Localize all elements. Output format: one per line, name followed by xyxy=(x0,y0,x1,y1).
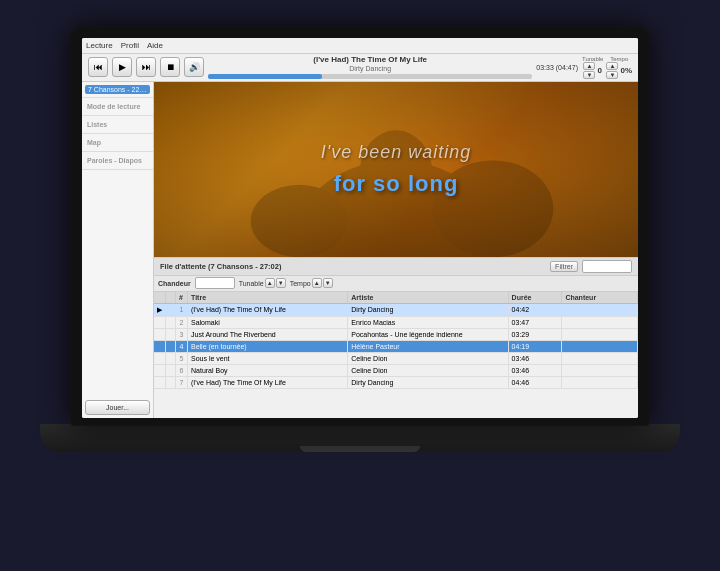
table-tunable-label: Tunable xyxy=(239,280,264,287)
row-check xyxy=(166,364,176,376)
row-check xyxy=(166,316,176,328)
row-title: Sous le vent xyxy=(188,352,348,364)
table-row[interactable]: 6 Natural Boy Celine Dion 03:46 xyxy=(154,364,638,376)
row-title: Just Around The Riverbend xyxy=(188,328,348,340)
progress-fill xyxy=(208,74,322,79)
toolbar-btn-1[interactable]: ⏮ xyxy=(88,57,108,77)
row-duration: 04:42 xyxy=(508,303,562,316)
toolbar-center: (I've Had) The Time Of My Life Dirty Dan… xyxy=(208,55,532,79)
table-row[interactable]: 4 Belle (en tournée) Hélène Pasteur 04:1… xyxy=(154,340,638,352)
table-tempo: Tempo ▲ ▼ xyxy=(290,278,333,288)
table-toolbar: Chandeur Tunable ▲ ▼ Tempo ▲ xyxy=(154,276,638,292)
karaoke-screen: I've been waiting for so long xyxy=(154,82,638,257)
table-row[interactable]: 3 Just Around The Riverbend Pocahontas -… xyxy=(154,328,638,340)
col-icon xyxy=(154,292,166,304)
col-duration[interactable]: Durée xyxy=(508,292,562,304)
laptop-base xyxy=(40,424,680,452)
karaoke-lyrics: I've been waiting for so long xyxy=(154,82,638,257)
sidebar-map-section: Map xyxy=(82,134,153,152)
row-singer xyxy=(562,364,638,376)
tempo-up[interactable]: ▲ xyxy=(606,62,618,70)
tempo-down[interactable]: ▼ xyxy=(606,71,618,79)
toolbar: ⏮ ▶ ⏭ ⏹ 🔊 (I've Had) The Time Of My Life… xyxy=(82,54,638,82)
tunable-down[interactable]: ▼ xyxy=(583,71,595,79)
row-title: Belle (en tournée) xyxy=(188,340,348,352)
tunable-up[interactable]: ▲ xyxy=(583,62,595,70)
row-icon xyxy=(154,316,166,328)
row-check xyxy=(166,328,176,340)
row-num: 4 xyxy=(176,340,188,352)
toolbar-btn-2[interactable]: ▶ xyxy=(112,57,132,77)
row-singer xyxy=(562,376,638,388)
file-panel-title: File d'attente (7 Chansons - 27:02) xyxy=(160,262,546,271)
row-check xyxy=(166,352,176,364)
table-row[interactable]: 2 Salomaki Enrico Macias 03:47 xyxy=(154,316,638,328)
toolbar-subtitle: Dirty Dancing xyxy=(208,65,532,72)
row-num: 5 xyxy=(176,352,188,364)
toolbar-title: (I've Had) The Time Of My Life xyxy=(208,55,532,65)
col-title[interactable]: Titre xyxy=(188,292,348,304)
row-artist: Dirty Dancing xyxy=(348,376,508,388)
sidebar-map-header: Map xyxy=(85,137,150,148)
laptop-shell: Lecture Profil Aide ⏮ ▶ ⏭ ⏹ 🔊 (I've Had)… xyxy=(20,26,700,546)
menu-profil[interactable]: Profil xyxy=(121,41,139,50)
table-tempo-down[interactable]: ▼ xyxy=(323,278,333,288)
table-tempo-label: Tempo xyxy=(290,280,311,287)
row-icon xyxy=(154,364,166,376)
table-tunable-down[interactable]: ▼ xyxy=(276,278,286,288)
row-singer xyxy=(562,328,638,340)
row-title: (I've Had) The Time Of My Life xyxy=(188,376,348,388)
screen-bezel: Lecture Profil Aide ⏮ ▶ ⏭ ⏹ 🔊 (I've Had)… xyxy=(70,26,650,426)
row-duration: 03:46 xyxy=(508,364,562,376)
row-icon xyxy=(154,376,166,388)
table-row[interactable]: ▶ 1 (I've Had) The Time Of My Life Dirty… xyxy=(154,303,638,316)
table-tempo-up[interactable]: ▲ xyxy=(312,278,322,288)
row-num: 1 xyxy=(176,303,188,316)
col-num: # xyxy=(176,292,188,304)
col-artist[interactable]: Artiste xyxy=(348,292,508,304)
row-duration: 03:47 xyxy=(508,316,562,328)
row-num: 2 xyxy=(176,316,188,328)
row-num: 7 xyxy=(176,376,188,388)
table-row[interactable]: 7 (I've Had) The Time Of My Life Dirty D… xyxy=(154,376,638,388)
row-duration: 04:46 xyxy=(508,376,562,388)
sidebar-listes-header: Listes xyxy=(85,119,150,130)
row-duration: 03:29 xyxy=(508,328,562,340)
filter-button[interactable]: Filtrer xyxy=(550,261,578,272)
row-artist: Dirty Dancing xyxy=(348,303,508,316)
lyric-line1: I've been waiting xyxy=(321,142,472,163)
jouer-button[interactable]: Jouer... xyxy=(85,400,150,415)
menu-lecture[interactable]: Lecture xyxy=(86,41,113,50)
tunable-value: 0 xyxy=(597,66,601,75)
table-row[interactable]: 5 Sous le vent Celine Dion 03:46 xyxy=(154,352,638,364)
sidebar-listes-section: Listes xyxy=(82,116,153,134)
toolbar-btn-3[interactable]: ⏭ xyxy=(136,57,156,77)
menu-aide[interactable]: Aide xyxy=(147,41,163,50)
chandeur-label: Chandeur xyxy=(158,280,191,287)
sidebar-paroles-header: Paroles - Diapos xyxy=(85,155,150,166)
tempo-value: 0% xyxy=(620,66,632,75)
row-check xyxy=(166,376,176,388)
col-singer[interactable]: Chanteur xyxy=(562,292,638,304)
row-title: Natural Boy xyxy=(188,364,348,376)
row-singer xyxy=(562,352,638,364)
sidebar-mode-header: Mode de lecture xyxy=(85,101,150,112)
progress-bar[interactable] xyxy=(208,74,532,79)
main-content: 7 Chansons - 22:40 Mode de lecture Liste… xyxy=(82,82,638,418)
lyric-highlight: for so long xyxy=(334,171,459,196)
row-title: (I've Had) The Time Of My Life xyxy=(188,303,348,316)
toolbar-btn-4[interactable]: ⏹ xyxy=(160,57,180,77)
chandeur-input[interactable] xyxy=(195,277,235,289)
row-artist: Enrico Macias xyxy=(348,316,508,328)
row-icon: ▶ xyxy=(154,303,166,316)
filter-input[interactable] xyxy=(582,260,632,273)
tunable-arrows: ▲ ▼ xyxy=(583,62,595,79)
row-artist: Celine Dion xyxy=(348,352,508,364)
row-title: Salomaki xyxy=(188,316,348,328)
sidebar: 7 Chansons - 22:40 Mode de lecture Liste… xyxy=(82,82,154,418)
toolbar-btn-5[interactable]: 🔊 xyxy=(184,57,204,77)
row-icon xyxy=(154,340,166,352)
row-singer xyxy=(562,316,638,328)
table-tunable-up[interactable]: ▲ xyxy=(265,278,275,288)
sidebar-playlist[interactable]: 7 Chansons - 22:40 xyxy=(85,85,150,94)
